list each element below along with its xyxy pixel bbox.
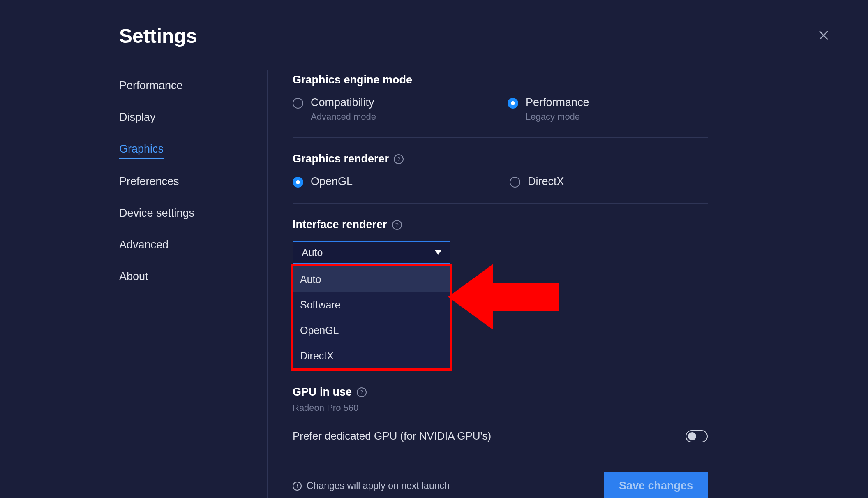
divider xyxy=(293,137,708,138)
radio-renderer-opengl[interactable]: OpenGL xyxy=(293,175,353,188)
divider xyxy=(293,203,708,204)
radio-engine-compatibility[interactable]: Compatibility Advanced mode xyxy=(293,96,376,122)
page-title: Settings xyxy=(119,25,843,47)
section-title-gpu: GPU in use ? xyxy=(293,386,708,398)
dropdown-option-opengl[interactable]: OpenGL xyxy=(293,317,450,343)
radio-icon xyxy=(293,177,303,188)
dropdown-option-directx[interactable]: DirectX xyxy=(293,343,450,368)
sidebar-item-graphics[interactable]: Graphics xyxy=(119,137,164,159)
section-title-interface-renderer-label: Interface renderer xyxy=(293,218,387,231)
info-message: i Changes will apply on next launch xyxy=(293,480,450,491)
radio-label-performance: Performance xyxy=(526,96,589,109)
section-title-interface-renderer: Interface renderer ? xyxy=(293,218,708,231)
radio-label-compatibility: Compatibility xyxy=(311,96,376,109)
sidebar-item-advanced[interactable]: Advanced xyxy=(119,233,169,257)
sidebar-item-preferences[interactable]: Preferences xyxy=(119,169,179,194)
radio-sublabel-performance: Legacy mode xyxy=(526,111,589,122)
dropdown-selected-value: Auto xyxy=(302,247,323,259)
dropdown-option-auto[interactable]: Auto xyxy=(293,266,450,292)
dropdown-option-software[interactable]: Software xyxy=(293,292,450,317)
dropdown-menu: Auto Software OpenGL DirectX xyxy=(291,264,452,371)
sidebar-item-display[interactable]: Display xyxy=(119,105,156,130)
help-icon[interactable]: ? xyxy=(392,220,402,230)
section-title-gpu-label: GPU in use xyxy=(293,386,352,398)
sidebar-item-about[interactable]: About xyxy=(119,264,148,289)
radio-sublabel-compatibility: Advanced mode xyxy=(311,111,376,122)
section-title-engine-mode-label: Graphics engine mode xyxy=(293,74,412,86)
help-icon[interactable]: ? xyxy=(394,154,404,164)
section-title-renderer-label: Graphics renderer xyxy=(293,153,389,165)
prefer-dedicated-gpu-label: Prefer dedicated GPU (for NVIDIA GPU's) xyxy=(293,430,491,442)
dropdown-trigger[interactable]: Auto xyxy=(293,241,450,264)
radio-icon xyxy=(293,98,303,109)
sidebar-item-performance[interactable]: Performance xyxy=(119,74,183,98)
content-panel: Graphics engine mode Compatibility Advan… xyxy=(293,70,745,498)
gpu-value: Radeon Pro 560 xyxy=(293,403,708,413)
info-text-label: Changes will apply on next launch xyxy=(307,480,450,491)
radio-icon xyxy=(508,98,518,109)
save-changes-button[interactable]: Save changes xyxy=(604,472,708,498)
close-icon xyxy=(817,29,830,42)
toggle-knob xyxy=(688,432,696,440)
chevron-down-icon xyxy=(435,250,441,255)
settings-sidebar: Performance Display Graphics Preferences… xyxy=(119,70,267,498)
radio-label-opengl: OpenGL xyxy=(311,175,353,188)
vertical-divider xyxy=(267,70,268,498)
interface-renderer-dropdown: Auto Auto Software OpenGL DirectX xyxy=(293,241,450,264)
close-button[interactable] xyxy=(816,28,831,43)
info-icon: i xyxy=(293,482,302,491)
radio-engine-performance[interactable]: Performance Legacy mode xyxy=(508,96,589,122)
section-title-renderer: Graphics renderer ? xyxy=(293,153,708,165)
prefer-dedicated-gpu-toggle[interactable] xyxy=(686,430,708,442)
radio-label-directx: DirectX xyxy=(528,175,564,188)
help-icon[interactable]: ? xyxy=(357,387,367,397)
section-title-engine-mode: Graphics engine mode xyxy=(293,74,708,86)
radio-renderer-directx[interactable]: DirectX xyxy=(510,175,564,188)
radio-icon xyxy=(510,177,520,188)
sidebar-item-device-settings[interactable]: Device settings xyxy=(119,201,194,225)
